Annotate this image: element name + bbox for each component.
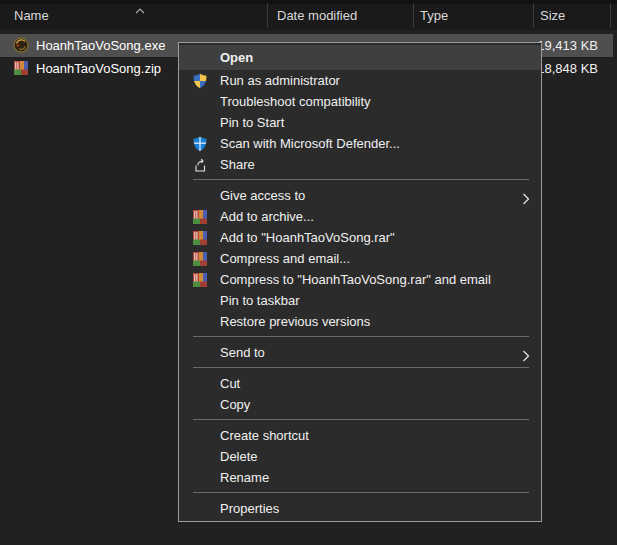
menu-separator — [193, 492, 529, 493]
menu-separator — [193, 336, 529, 337]
file-name: HoanhTaoVoSong.zip — [36, 61, 161, 76]
menu-item-pin-to-taskbar[interactable]: Pin to taskbar — [179, 290, 541, 311]
column-header-name[interactable]: Name — [14, 8, 49, 23]
menu-item-label: Copy — [220, 397, 250, 412]
context-menu: Open Run as administrator Troubleshoot c… — [178, 42, 542, 522]
winrar-icon — [192, 230, 208, 246]
file-size: 18,848 KB — [537, 61, 598, 76]
share-icon — [192, 157, 208, 173]
defender-shield-icon — [192, 136, 208, 152]
submenu-chevron-icon — [522, 347, 530, 359]
menu-item-compress-and-email[interactable]: Compress and email... — [179, 248, 541, 269]
file-name: HoanhTaoVoSong.exe — [36, 38, 165, 53]
menu-item-label: Send to — [220, 345, 265, 360]
winrar-icon — [192, 209, 208, 225]
menu-item-label: Restore previous versions — [220, 314, 370, 329]
column-divider[interactable] — [533, 3, 534, 28]
menu-item-pin-to-start[interactable]: Pin to Start — [179, 112, 541, 133]
column-header-type[interactable]: Type — [420, 8, 448, 23]
menu-item-label: Compress and email... — [220, 251, 350, 266]
menu-separator — [193, 179, 529, 180]
column-divider[interactable] — [610, 3, 611, 28]
menu-item-rename[interactable]: Rename — [179, 467, 541, 488]
column-divider[interactable] — [413, 3, 414, 28]
menu-item-label: Give access to — [220, 188, 305, 203]
menu-item-run-as-administrator[interactable]: Run as administrator — [179, 70, 541, 91]
menu-item-scan-with-defender[interactable]: Scan with Microsoft Defender... — [179, 133, 541, 154]
menu-item-label: Share — [220, 157, 255, 172]
submenu-chevron-icon — [522, 190, 530, 202]
column-header-date-modified[interactable]: Date modified — [277, 8, 357, 23]
menu-item-compress-to-named-rar-and-email[interactable]: Compress to "HoanhTaoVoSong.rar" and ema… — [179, 269, 541, 290]
menu-item-cut[interactable]: Cut — [179, 373, 541, 394]
uac-shield-icon — [192, 73, 208, 89]
game-exe-icon — [13, 37, 29, 53]
sort-ascending-icon — [134, 1, 146, 19]
menu-item-send-to[interactable]: Send to — [179, 342, 541, 363]
column-divider[interactable] — [267, 3, 268, 28]
menu-separator — [193, 419, 529, 420]
file-explorer-window: Name Date modified Type Size HoanhTaoVoS… — [0, 0, 617, 545]
winrar-archive-icon — [13, 60, 29, 76]
menu-item-delete[interactable]: Delete — [179, 446, 541, 467]
menu-item-troubleshoot-compatibility[interactable]: Troubleshoot compatibility — [179, 91, 541, 112]
winrar-icon — [192, 251, 208, 267]
column-header-size[interactable]: Size — [540, 8, 565, 23]
menu-item-copy[interactable]: Copy — [179, 394, 541, 415]
menu-item-label: Properties — [220, 501, 279, 516]
menu-item-properties[interactable]: Properties — [179, 498, 541, 519]
menu-item-label: Run as administrator — [220, 73, 340, 88]
menu-separator — [193, 367, 529, 368]
menu-item-label: Rename — [220, 470, 269, 485]
menu-item-give-access-to[interactable]: Give access to — [179, 185, 541, 206]
menu-item-label: Troubleshoot compatibility — [220, 94, 371, 109]
header-top-strip — [0, 0, 617, 4]
menu-item-label: Cut — [220, 376, 240, 391]
menu-item-restore-previous-versions[interactable]: Restore previous versions — [179, 311, 541, 332]
menu-item-label: Pin to Start — [220, 115, 284, 130]
menu-item-add-to-named-rar[interactable]: Add to "HoanhTaoVoSong.rar" — [179, 227, 541, 248]
menu-item-label: Scan with Microsoft Defender... — [220, 136, 400, 151]
menu-item-label: Delete — [220, 449, 258, 464]
menu-item-create-shortcut[interactable]: Create shortcut — [179, 425, 541, 446]
menu-item-label: Add to archive... — [220, 209, 314, 224]
menu-item-add-to-archive[interactable]: Add to archive... — [179, 206, 541, 227]
menu-item-share[interactable]: Share — [179, 154, 541, 175]
winrar-icon — [192, 272, 208, 288]
menu-item-label: Add to "HoanhTaoVoSong.rar" — [220, 230, 395, 245]
menu-item-label: Pin to taskbar — [220, 293, 300, 308]
menu-item-open[interactable]: Open — [179, 45, 541, 70]
menu-item-label: Open — [220, 50, 253, 65]
menu-item-label: Compress to "HoanhTaoVoSong.rar" and ema… — [220, 272, 491, 287]
file-size: 19,413 KB — [537, 38, 598, 53]
column-header-bar: Name Date modified Type Size — [0, 0, 617, 30]
menu-item-label: Create shortcut — [220, 428, 309, 443]
